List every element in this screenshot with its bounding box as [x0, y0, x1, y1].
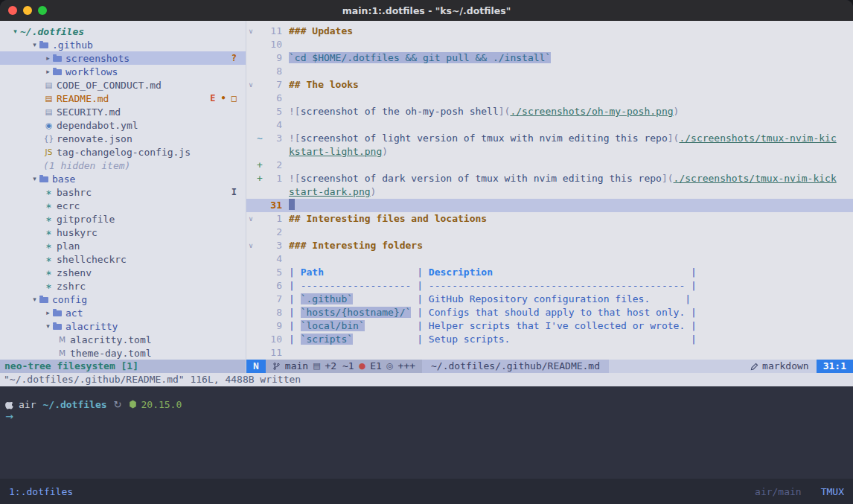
editor-line[interactable]: 6| ------------------- | ---------------… [246, 279, 853, 293]
fold-column [246, 252, 255, 266]
editor-line[interactable]: ∨7## The looks [246, 78, 853, 92]
close-button[interactable] [8, 6, 17, 15]
editor-line[interactable]: 5| Path | Description | [246, 266, 853, 279]
tmux-window-tab[interactable]: 1:.dotfiles [9, 486, 73, 497]
tree-item-gitprofile[interactable]: ∗gitprofile [0, 212, 246, 226]
line-text: | ------------------- | ----------------… [289, 279, 853, 293]
chevron-right-icon[interactable]: ▸ [43, 54, 53, 62]
sign-column [255, 78, 264, 92]
node-version-label: 20.15.0 [141, 399, 182, 410]
tree-item-tag-changelog-config-js[interactable]: JStag-changelog-config.js [0, 145, 246, 159]
editor-line[interactable]: 6 [246, 92, 853, 105]
fullscreen-button[interactable] [38, 6, 47, 15]
tree-item-base[interactable]: ▾base [0, 172, 246, 185]
fold-marker-icon[interactable]: ∨ [246, 212, 255, 226]
editor-line[interactable]: 9| `local/bin` | Helper scripts that I'v… [246, 319, 853, 333]
editor-buffer[interactable]: ∨11### Updates109`cd $HOME/.dotfiles && … [246, 21, 853, 360]
tree-item-workflows[interactable]: ▸workflows [0, 65, 246, 78]
sign-column [255, 145, 264, 159]
tree-item-label: gitprofile [57, 214, 115, 225]
tree-item-bashrc[interactable]: ∗bashrcI [0, 185, 246, 199]
tree-item-ecrc[interactable]: ∗ecrc [0, 199, 246, 212]
tree-item-zshenv[interactable]: ∗zshenv [0, 266, 246, 279]
toml-file-icon: M [57, 335, 68, 344]
editor-line[interactable]: ~3![screenshot of light version of tmux … [246, 132, 853, 145]
folder-icon [39, 297, 48, 303]
line-text: | `scripts` | Setup scripts. | [289, 333, 853, 346]
chevron-down-icon[interactable]: ▾ [30, 41, 39, 48]
line-number: 11 [264, 25, 282, 38]
editor-line[interactable]: kstart-light.png) [246, 145, 853, 159]
cursor-line[interactable]: 31 [246, 199, 853, 212]
tree-item-config[interactable]: ▾config [0, 293, 246, 306]
sign-column [255, 226, 264, 239]
tree-item-label: SECURITY.md [57, 106, 121, 118]
line-text [289, 92, 853, 105]
chevron-right-icon[interactable]: ▸ [43, 68, 53, 75]
tree-item-huskyrc[interactable]: ∗huskyrc [0, 226, 246, 239]
rc-file-icon: ∗ [43, 188, 54, 197]
tree-item-dependabot-yml[interactable]: ◉dependabot.yml [0, 118, 246, 132]
editor-line[interactable]: 2 [246, 226, 853, 239]
shell-pane[interactable]: air ~/.dotfiles ↻ 20.15.0 → [0, 386, 853, 479]
editor-line[interactable]: 4 [246, 252, 853, 266]
tree-item-dotfiles[interactable]: ▾~/.dotfiles [0, 25, 246, 38]
editor-line[interactable]: start-dark.png) [246, 185, 853, 199]
editor-line[interactable]: 9`cd $HOME/.dotfiles && git pull && ./in… [246, 51, 853, 65]
tree-item-screenshots[interactable]: ▸screenshots? [0, 51, 246, 65]
tree-item-security-md[interactable]: ▤SECURITY.md [0, 105, 246, 118]
tree-item-github[interactable]: ▾.github [0, 38, 246, 51]
tree-item-label: zshenv [57, 267, 92, 278]
editor-line[interactable]: 11 [246, 346, 853, 360]
tree-item-renovate-json[interactable]: {}renovate.json [0, 132, 246, 145]
tree-item-alacritty-toml[interactable]: Malacritty.toml [0, 333, 246, 346]
editor-line[interactable]: 8| `hosts/{hostname}/` | Configs that sh… [246, 306, 853, 319]
editor-line[interactable]: ∨3### Interesting folders [246, 239, 853, 252]
tree-item-zshrc[interactable]: ∗zshrc [0, 279, 246, 293]
git-sign: + [255, 172, 264, 185]
editor-line[interactable]: 5![screenshot of the oh-my-posh shell](.… [246, 105, 853, 118]
chevron-down-icon[interactable]: ▾ [30, 175, 39, 182]
editor-line[interactable]: ∨11### Updates [246, 25, 853, 38]
tree-item-label: theme-day.toml [70, 348, 152, 359]
tree-item-1-hidden-item[interactable]: (1 hidden item) [0, 159, 246, 172]
sign-column [255, 212, 264, 226]
line-number: 31 [264, 199, 282, 212]
editor-line[interactable]: 4 [246, 118, 853, 132]
tree-item-alacritty[interactable]: ▾alacritty [0, 319, 246, 333]
chevron-down-icon[interactable]: ▾ [10, 28, 20, 35]
tree-item-code-of-conduct-md[interactable]: ▤CODE_OF_CONDUCT.md [0, 78, 246, 92]
line-number: 7 [264, 78, 282, 92]
line-text [289, 118, 853, 132]
editor-line[interactable]: +1![screenshot of dark version of tmux w… [246, 172, 853, 185]
tree-item-readme-md[interactable]: ▤README.mdE•□ [0, 92, 246, 105]
tree-item-label: act [66, 307, 83, 319]
editor-line[interactable]: 10 [246, 38, 853, 51]
tree-item-act[interactable]: ▸act [0, 306, 246, 319]
neotree-panel: ▾~/.dotfiles▾.github▸screenshots?▸workfl… [0, 21, 246, 373]
line-number: 1 [264, 172, 282, 185]
tree-item-label: alacritty.toml [70, 334, 152, 345]
fold-marker-icon[interactable]: ∨ [246, 78, 255, 92]
editor-line[interactable]: ∨1## Interesting files and locations [246, 212, 853, 226]
terminal-window: main:1:.dotfiles - "ks~/.dotfiles" ▾~/.d… [0, 0, 853, 504]
editor-line[interactable]: 10| `scripts` | Setup scripts. | [246, 333, 853, 346]
tree-item-theme-day-toml[interactable]: Mtheme-day.toml [0, 346, 246, 360]
editor-line[interactable]: +2 [246, 159, 853, 172]
git-fetch-icon: ↻ [114, 399, 122, 410]
chevron-down-icon[interactable]: ▾ [43, 322, 53, 330]
folder-icon [53, 56, 62, 62]
sign-column [255, 279, 264, 293]
minimize-button[interactable] [23, 6, 32, 15]
tree-item-plan[interactable]: ∗plan [0, 239, 246, 252]
tree-item-shellcheckrc[interactable]: ∗shellcheckrc [0, 252, 246, 266]
rc-file-icon: ∗ [43, 241, 54, 250]
chevron-down-icon[interactable]: ▾ [30, 296, 39, 303]
fold-marker-icon[interactable]: ∨ [246, 25, 255, 38]
chevron-right-icon[interactable]: ▸ [43, 309, 53, 316]
tree-item-label: workflows [66, 66, 118, 77]
editor-line[interactable]: 7| `.github` | GitHub Repository configu… [246, 293, 853, 306]
mode-indicator: N [246, 360, 266, 373]
editor-line[interactable]: 8 [246, 65, 853, 78]
fold-marker-icon[interactable]: ∨ [246, 239, 255, 252]
